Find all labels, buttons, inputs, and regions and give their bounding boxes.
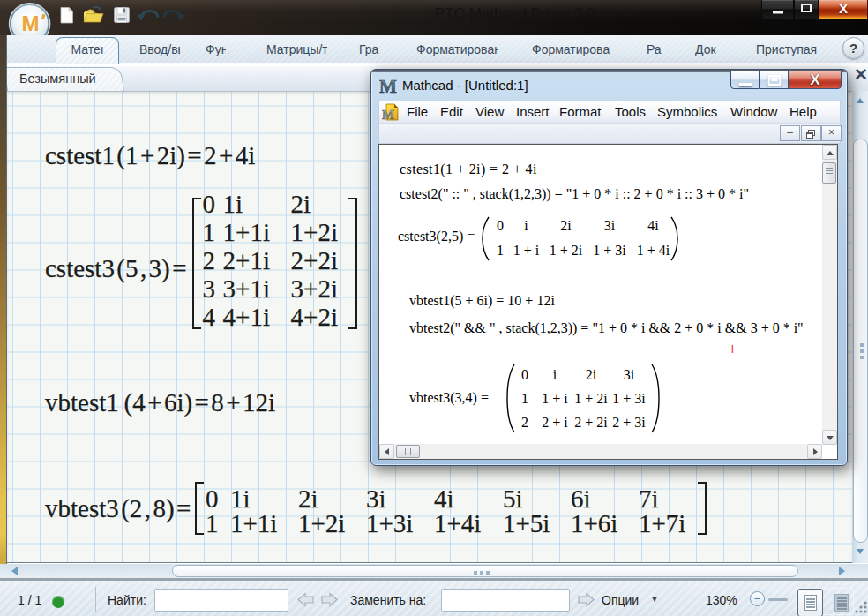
svg-text:1 + 2i: 1 + 2i — [550, 243, 583, 258]
svg-text:2i: 2i — [560, 218, 572, 233]
svg-text:1 + 3i: 1 + 3i — [612, 391, 646, 406]
svg-text:0: 0 — [497, 218, 504, 233]
svg-text:3i: 3i — [623, 367, 634, 382]
svg-text:i: i — [524, 218, 528, 233]
svg-text:3i: 3i — [604, 218, 616, 233]
svg-text:1 + i: 1 + i — [513, 243, 540, 258]
svg-text:1 + i: 1 + i — [542, 391, 568, 406]
svg-text:2 + i: 2 + i — [542, 415, 568, 430]
svg-text:i: i — [552, 367, 557, 382]
svg-text:2 + 2i: 2 + 2i — [574, 415, 608, 430]
svg-text:1 + 3i: 1 + 3i — [593, 243, 626, 258]
svg-text:2: 2 — [521, 415, 528, 430]
svg-text:1: 1 — [521, 391, 528, 406]
svg-text:2i: 2i — [585, 367, 596, 382]
svg-text:1 + 2i: 1 + 2i — [574, 391, 608, 406]
svg-text:0: 0 — [521, 367, 528, 382]
svg-text:M: M — [382, 108, 394, 122]
svg-text:M: M — [379, 79, 397, 94]
svg-text:M: M — [22, 11, 40, 35]
svg-text:1 + 4i: 1 + 4i — [637, 243, 670, 258]
svg-text:2 + 3i: 2 + 3i — [612, 415, 646, 430]
svg-text:4i: 4i — [647, 218, 659, 233]
svg-text:1: 1 — [497, 243, 504, 258]
